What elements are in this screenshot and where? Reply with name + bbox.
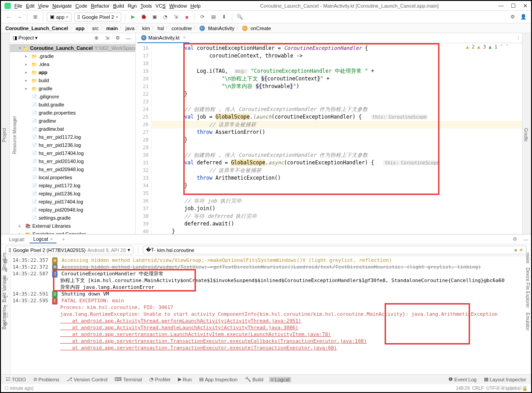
menu-file[interactable]: FFileile — [14, 3, 22, 9]
crumb-main[interactable]: main — [106, 26, 118, 31]
tree-item[interactable]: 📄.gitignore — [10, 93, 135, 101]
sdk-manager-button[interactable]: ⬇ — [220, 13, 228, 21]
tree-item[interactable]: ▸📁.gradle — [10, 52, 135, 60]
structure-tab[interactable]: Structure — [2, 252, 7, 271]
close-button[interactable]: ✕ — [523, 3, 528, 9]
menu-help[interactable]: Help — [191, 3, 201, 9]
menu-refactor[interactable]: Refactor — [91, 3, 110, 9]
logcat-filter-input[interactable]: �T- kim.hsl.coroutine× ★ — [143, 246, 527, 254]
crumb-java[interactable]: java — [125, 26, 134, 31]
close-tab-icon[interactable]: × — [183, 35, 186, 40]
menu-build[interactable]: Build — [113, 3, 124, 9]
tree-item[interactable]: ▸📁.idea — [10, 60, 135, 68]
coverage-button[interactable]: ▣ — [151, 13, 159, 21]
emulator-tab[interactable]: Emulator — [525, 313, 530, 331]
search-button[interactable]: 🔍 — [236, 13, 244, 21]
make-tab[interactable]: make — [525, 252, 530, 263]
add-logcat-tab[interactable]: ＋ — [58, 235, 70, 243]
user-icon[interactable]: 👤 — [519, 13, 528, 21]
menu-window[interactable]: Window — [169, 3, 187, 9]
crumb-coroutine[interactable]: coroutine — [172, 26, 192, 31]
build-variants-tab[interactable]: Build Variants — [2, 275, 7, 303]
bookmarks-tab[interactable]: Bookmarks — [2, 307, 7, 330]
logcat-tab[interactable]: Logcat× — [30, 235, 56, 243]
tree-item[interactable]: 📄local.properties — [10, 173, 135, 181]
menu-navigate[interactable]: Navigate — [52, 3, 71, 9]
inspection-summary[interactable]: ▲2 ▲3 ▲1 ˆˇ — [466, 44, 509, 50]
crumb-hsl[interactable]: hsl — [158, 26, 164, 31]
project-tool-tab[interactable]: Project — [1, 127, 8, 143]
maximize-button[interactable]: ☐ — [511, 3, 516, 9]
line-separator[interactable]: CRLF — [472, 386, 484, 391]
tree-item[interactable]: 📄build.gradle — [10, 101, 135, 109]
event-log-tab[interactable]: ❶ Event Log — [447, 376, 478, 382]
crumb-method[interactable]: m onCreate — [242, 26, 271, 31]
tree-item[interactable]: 📄gradlew.bat — [10, 125, 135, 133]
menu-tools[interactable]: Tools — [140, 3, 152, 9]
editor-tab-active[interactable]: K MainActivity.kt × — [137, 33, 189, 43]
vcs-tab[interactable]: ⎇ Version Control — [65, 376, 109, 382]
select-opened-file-icon[interactable]: ⊕ — [92, 34, 100, 42]
logcat-hide-icon[interactable]: — — [521, 237, 531, 242]
tree-item[interactable]: 📄hs_err_pid1172.log — [10, 133, 135, 141]
breadcrumb[interactable]: Coroutine_Launch_Cancel〉 app〉 src〉 main〉… — [1, 23, 531, 33]
attach-debugger-button[interactable]: ⇲ — [172, 13, 180, 21]
settings-icon[interactable]: ⚙ — [509, 13, 517, 21]
run-button[interactable]: ▶ — [129, 13, 137, 21]
tree-item[interactable]: 📄hs_err_pid1236.log — [10, 141, 135, 149]
device-file-explorer-tab[interactable]: Device File Explorer — [525, 268, 530, 308]
tree-item[interactable]: ▸📁gradle — [10, 84, 135, 93]
tree-item[interactable]: ▸📁build — [10, 76, 135, 84]
avd-button[interactable]: ⊞ — [31, 13, 39, 21]
resource-manager-tab[interactable]: Resource Manager — [11, 115, 18, 155]
run-tab[interactable]: ▶ Run — [177, 376, 193, 382]
project-tree[interactable]: ▾📁Coroutine_Launch_Cancel Y:\002_WorkSpa… — [10, 43, 135, 234]
logcat-device-combo[interactable]: ▯ Google Pixel 2 (HT7BV1A02915) Android … — [5, 246, 133, 254]
hide-icon[interactable]: — — [124, 34, 133, 42]
menu-edit[interactable]: Edit — [26, 3, 35, 9]
gradle-tab[interactable]: Gradle — [523, 127, 529, 142]
run-config-combo[interactable]: ▣ app ▾ — [47, 13, 71, 22]
device-combo[interactable]: ▯ Google Pixel 2 ▾ — [74, 13, 121, 22]
tree-item[interactable]: 📄replay_pid1172.log — [10, 181, 135, 190]
tree-item[interactable]: 📄replay_pid20948.log — [10, 206, 135, 214]
tree-item[interactable]: 📄settings.gradle — [10, 214, 135, 222]
tree-root[interactable]: ▾📁Coroutine_Launch_Cancel Y:\002_WorkSpa… — [10, 44, 135, 52]
crumb-class[interactable]: C MainActivity — [200, 26, 235, 31]
tree-item[interactable]: 📄hs_err_pid20140.log — [10, 157, 135, 165]
crumb-project[interactable]: Coroutine_Launch_Cancel — [5, 26, 68, 31]
build-tab[interactable]: 🔨 Build — [244, 376, 265, 382]
problems-tab[interactable]: ⊘ Problems — [32, 376, 61, 382]
menu-vcs[interactable]: VCS — [155, 3, 166, 9]
tree-item[interactable]: 📄gradlew — [10, 117, 135, 125]
profile-button[interactable]: ◔ — [161, 13, 169, 21]
editor-more-icon[interactable]: ⋮ — [514, 34, 522, 42]
collapse-all-icon[interactable]: ⇲ — [103, 34, 111, 42]
crumb-src[interactable]: src — [92, 26, 99, 31]
back-button[interactable]: ← — [4, 13, 13, 21]
debug-button[interactable]: 🐞 — [140, 13, 148, 21]
menu-code[interactable]: Code — [75, 3, 87, 9]
tree-item[interactable]: 📄hs_err_pid20948.log — [10, 165, 135, 173]
minimize-button[interactable]: — — [498, 3, 504, 9]
project-view-combo[interactable]: ◨ Project ▾ — [13, 35, 38, 41]
tree-item[interactable]: 📄hs_err_pid17404.log — [10, 149, 135, 157]
terminal-tab[interactable]: ⌨ Terminal — [113, 376, 143, 382]
tree-item[interactable]: ▸📁app — [10, 68, 135, 76]
code-editor[interactable]: ▲2 ▲3 ▲1 ˆˇ val coroutineExceptionHandle… — [152, 43, 522, 234]
logcat-bottom-tab[interactable]: ≡ Logcat — [269, 377, 291, 382]
sync-button[interactable]: ⟳ — [199, 13, 207, 21]
crumb-app[interactable]: app — [75, 26, 84, 31]
tree-external[interactable]: ▸📚External Libraries — [10, 222, 135, 230]
tree-scratches[interactable]: ▸📂Scratches and Consoles — [10, 230, 135, 234]
logcat-output[interactable]: 14:35:22.357 W Accessing hidden method L… — [11, 256, 531, 374]
crumb-kim[interactable]: kim — [142, 26, 150, 31]
logcat-settings-icon[interactable]: ⚙ — [510, 236, 520, 242]
menu-view[interactable]: View — [38, 3, 49, 9]
tree-item[interactable]: 📄gradle.properties — [10, 109, 135, 117]
stop-button[interactable]: ■ — [183, 13, 191, 21]
tree-item[interactable]: 📄replay_pid1236.log — [10, 190, 135, 198]
avd-manager-button[interactable]: ▤ — [209, 13, 217, 21]
settings-icon[interactable]: ⚙ — [114, 34, 122, 42]
app-inspection-tab[interactable]: ▤ App Inspection — [198, 376, 239, 382]
